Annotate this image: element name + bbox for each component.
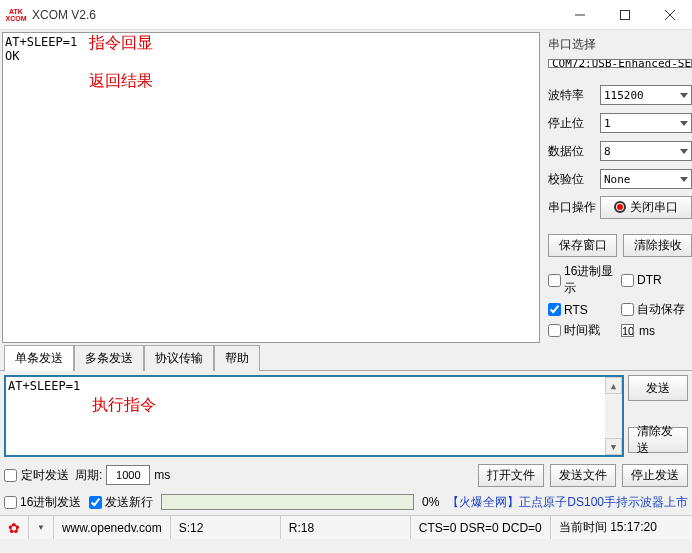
data-select[interactable]: 8 — [600, 141, 692, 161]
svg-rect-1 — [620, 10, 629, 19]
minimize-button[interactable] — [557, 0, 602, 30]
scroll-down-icon[interactable]: ▼ — [605, 438, 622, 455]
port-select[interactable]: COM72:USB-Enhanced-SE — [548, 59, 692, 68]
status-lines: CTS=0 DSR=0 DCD=0 — [411, 516, 551, 539]
annotation-echo: 指令回显 — [89, 33, 153, 54]
op-label: 串口操作 — [548, 199, 596, 216]
send-scrollbar[interactable]: ▲ ▼ — [605, 377, 622, 455]
dtr-check[interactable]: DTR — [621, 263, 692, 297]
status-time: 当前时间 15:17:20 — [551, 516, 692, 539]
stop-send-button[interactable]: 停止发送 — [622, 464, 688, 487]
autosave-check[interactable]: 自动保存 — [621, 301, 692, 318]
toggle-port-button[interactable]: 关闭串口 — [600, 196, 692, 219]
save-window-button[interactable]: 保存窗口 — [548, 234, 617, 257]
tab-protocol[interactable]: 协议传输 — [144, 345, 214, 371]
rts-check[interactable]: RTS — [548, 301, 619, 318]
tab-single-send[interactable]: 单条发送 — [4, 345, 74, 371]
baud-label: 波特率 — [548, 87, 596, 104]
timed-send-check[interactable]: 定时发送 — [4, 467, 69, 484]
record-icon — [614, 201, 626, 213]
tab-help[interactable]: 帮助 — [214, 345, 260, 371]
output-line: OK — [5, 49, 537, 63]
send-button[interactable]: 发送 — [628, 375, 688, 401]
data-label: 数据位 — [548, 143, 596, 160]
ad-link[interactable]: 【火爆全网】正点原子DS100手持示波器上市 — [447, 494, 688, 511]
timestamp-interval[interactable] — [621, 324, 634, 337]
status-recv: R:18 — [281, 516, 411, 539]
window-title: XCOM V2.6 — [32, 8, 557, 22]
open-file-button[interactable]: 打开文件 — [478, 464, 544, 487]
period-label: 周期: — [75, 467, 102, 484]
scroll-up-icon[interactable]: ▲ — [605, 377, 622, 394]
progress-bar — [161, 494, 414, 510]
stop-select[interactable]: 1 — [600, 113, 692, 133]
serial-panel: 串口选择 COM72:USB-Enhanced-SE 波特率115200 停止位… — [540, 30, 692, 345]
send-input[interactable]: AT+SLEEP=1 执行指令 ▲ ▼ — [4, 375, 624, 457]
maximize-button[interactable] — [602, 0, 647, 30]
stop-label: 停止位 — [548, 115, 596, 132]
app-logo: ATKXCOM — [4, 3, 28, 27]
timestamp-check[interactable]: 时间戳 — [548, 322, 619, 339]
progress-percent: 0% — [422, 495, 439, 509]
send-file-button[interactable]: 发送文件 — [550, 464, 616, 487]
clear-receive-button[interactable]: 清除接收 — [623, 234, 692, 257]
hex-display-check[interactable]: 16进制显示 — [548, 263, 619, 297]
newline-check[interactable]: 发送新行 — [89, 494, 153, 511]
baud-select[interactable]: 115200 — [600, 85, 692, 105]
parity-label: 校验位 — [548, 171, 596, 188]
period-input[interactable] — [106, 465, 150, 485]
parity-select[interactable]: None — [600, 169, 692, 189]
output-line: AT+SLEEP=1 — [5, 35, 537, 49]
tab-multi-send[interactable]: 多条发送 — [74, 345, 144, 371]
settings-icon[interactable]: ✿ — [0, 516, 29, 539]
close-button[interactable] — [647, 0, 692, 30]
annotation-exec: 执行指令 — [92, 395, 156, 416]
settings-dropdown-icon[interactable]: ▼ — [29, 516, 54, 539]
status-bar: ✿ ▼ www.openedv.com S:12 R:18 CTS=0 DSR=… — [0, 515, 692, 539]
receive-output[interactable]: AT+SLEEP=1 OK 指令回显 返回结果 — [2, 32, 540, 343]
send-tabs: 单条发送 多条发送 协议传输 帮助 — [0, 347, 692, 371]
annotation-result: 返回结果 — [89, 71, 153, 92]
hex-send-check[interactable]: 16进制发送 — [4, 494, 81, 511]
status-url[interactable]: www.openedv.com — [54, 516, 171, 539]
status-sent: S:12 — [171, 516, 281, 539]
serial-group-title: 串口选择 — [548, 36, 692, 53]
send-text: AT+SLEEP=1 — [8, 379, 80, 393]
clear-send-button[interactable]: 清除发送 — [628, 427, 688, 453]
